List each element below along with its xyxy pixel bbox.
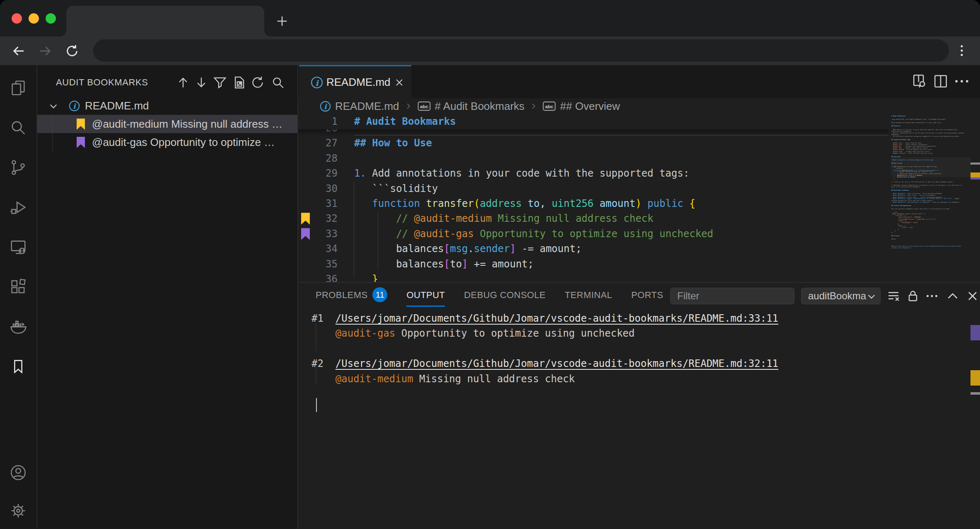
svg-text:i: i <box>315 78 319 87</box>
activitybar-item-docker[interactable] <box>9 317 28 336</box>
info-icon: i <box>311 76 323 89</box>
split-editor-button[interactable] <box>932 72 950 90</box>
indent-guide <box>354 181 354 278</box>
output-line[interactable]: #2 /Users/jomar/Documents/Github/Jomar/v… <box>311 356 778 371</box>
plus-icon <box>275 14 289 28</box>
code-line-29[interactable]: 291. Add annotations in your code with t… <box>298 166 878 181</box>
tree-indent-guide <box>52 115 53 151</box>
reload-button[interactable] <box>65 44 80 58</box>
panel-tab-terminal[interactable]: TERMINAL <box>565 283 612 308</box>
activitybar-item-audit-bookmarks[interactable] <box>9 357 28 376</box>
sidebar-title: AUDIT BOOKMARKS <box>56 77 148 88</box>
line-number: 36 <box>298 272 338 282</box>
minimap-line: - Use different annotation categories ad… <box>891 136 971 137</box>
traffic-light-minimize[interactable] <box>29 13 39 24</box>
output-content[interactable]: #1 /Users/jomar/Documents/Github/Jomar/v… <box>298 308 980 529</box>
sidebar-action-export[interactable] <box>232 75 246 90</box>
new-tab-button[interactable] <box>275 14 289 28</box>
browser-toolbar <box>0 36 980 65</box>
output-filter-input[interactable] <box>670 288 794 304</box>
code-line-30[interactable]: 30 ```solidity <box>298 181 878 197</box>
editor-more-actions-button[interactable] <box>953 72 971 90</box>
panel-tab-output[interactable]: OUTPUT <box>406 283 445 308</box>
panel-tab-problems[interactable]: PROBLEMS11 <box>316 283 387 308</box>
editor-tab-readme[interactable]: i README.md <box>299 65 411 98</box>
sidebar-action-jump-to-previous[interactable] <box>176 75 190 90</box>
sidebar-action-filter[interactable] <box>213 75 227 90</box>
docker-whale-icon <box>9 317 28 336</box>
line-number: 27 <box>298 136 338 151</box>
close-icon[interactable] <box>393 77 405 88</box>
panel-ruler-gas-mark <box>970 325 980 340</box>
breadcrumb-item[interactable]: ## Overview <box>560 100 620 113</box>
line-number: 34 <box>298 241 338 257</box>
sidebar-action-search[interactable] <box>271 75 285 90</box>
lock-scrolling-button[interactable] <box>905 289 920 303</box>
code-line-35[interactable]: 35 balances[to] += amount; <box>298 257 878 272</box>
sidebar-action-refresh[interactable] <box>251 75 265 90</box>
forward-arrow-icon <box>38 44 53 58</box>
arrow-up-icon <box>176 75 190 90</box>
breadcrumb-item[interactable]: README.md <box>335 100 399 113</box>
address-bar[interactable] <box>93 39 949 62</box>
svg-text:abc: abc <box>420 104 428 109</box>
symbol-string-icon: abc <box>543 101 556 111</box>
code-line-28[interactable]: 28 <box>298 151 878 166</box>
info-icon: i <box>69 100 80 112</box>
ellipsis-icon <box>953 72 971 90</box>
maximize-panel-button[interactable] <box>945 289 960 303</box>
problems-badge: 11 <box>372 287 387 302</box>
panel-tab-debug-console[interactable]: DEBUG CONSOLE <box>464 283 546 308</box>
panel-ruler-medium-mark <box>970 370 980 386</box>
sticky-scroll-line[interactable]: 1# Audit Bookmarks <box>298 114 888 129</box>
tree-row-bookmark-gas[interactable]: @audit-gas Opportunity to optimize using… <box>37 133 297 151</box>
activitybar-item-settings[interactable] <box>9 501 28 520</box>
info-icon: i <box>320 101 331 112</box>
back-button[interactable] <box>11 44 26 58</box>
svg-text:abc: abc <box>545 104 554 109</box>
code-line-33[interactable]: 33 // @audit-gas Opportunity to optimize… <box>298 226 878 242</box>
line-number: 33 <box>298 226 338 242</box>
activitybar-item-remote-explorer[interactable] <box>9 238 28 257</box>
forward-button[interactable] <box>38 44 53 58</box>
code-line-27[interactable]: 27## How to Use <box>298 136 878 151</box>
tree-row-bookmark-medium[interactable]: @audit-medium Missing null address check <box>37 115 297 133</box>
close-panel-button[interactable] <box>965 289 980 303</box>
tree-row-file[interactable]: i README.md <box>37 97 297 115</box>
traffic-light-close[interactable] <box>12 13 22 24</box>
activitybar-item-source-control[interactable] <box>9 158 28 177</box>
breadcrumb-item[interactable]: # Audit Bookmarks <box>435 100 525 113</box>
code-line-34[interactable]: 34 balances[msg.sender] -= amount; <box>298 241 878 257</box>
clear-output-button[interactable] <box>886 289 901 303</box>
output-channel-select[interactable]: auditBookma <box>801 288 881 304</box>
browser-tab[interactable] <box>66 6 264 36</box>
panel-more-actions-button[interactable] <box>924 289 939 303</box>
activitybar-item-explorer[interactable] <box>9 78 28 97</box>
tree-item-label: @audit-medium Missing null address check <box>92 115 287 133</box>
activitybar-item-extensions[interactable] <box>9 277 28 296</box>
editor-tab-title: README.md <box>326 66 391 98</box>
traffic-light-zoom[interactable] <box>46 13 56 24</box>
sidebar-audit-bookmarks: AUDIT BOOKMARKS i README.md @audit- <box>37 65 297 529</box>
chevron-down-icon[interactable] <box>48 101 59 112</box>
activitybar-item-run-and-debug[interactable] <box>9 198 28 217</box>
vscode-workbench: AUDIT BOOKMARKS i README.md @audit- <box>0 65 980 529</box>
open-preview-button[interactable] <box>910 72 929 90</box>
indent-guide <box>378 211 378 270</box>
activitybar-item-accounts[interactable] <box>9 463 28 482</box>
code-line-36[interactable]: 36 } <box>298 272 878 282</box>
minimap[interactable]: # Audit Bookmarks <img width="250" alt="… <box>891 115 971 275</box>
ellipsis-icon <box>924 289 939 303</box>
code-line-32[interactable]: 32 // @audit-medium Missing null address… <box>298 211 878 226</box>
text-cursor <box>316 398 317 412</box>
panel-tab-ports[interactable]: PORTS <box>631 283 663 308</box>
output-line[interactable]: #1 /Users/jomar/Documents/Github/Jomar/v… <box>311 311 778 326</box>
activitybar-item-search[interactable] <box>9 118 28 137</box>
git-branch-icon <box>9 158 28 177</box>
browser-menu-button[interactable] <box>954 43 969 58</box>
symbol-string-icon: abc <box>418 101 431 111</box>
sidebar-action-jump-to-next[interactable] <box>194 75 208 90</box>
remote-icon <box>9 238 28 257</box>
code-editor[interactable]: 2627## How to Use28291. Add annotations … <box>298 114 980 282</box>
code-line-31[interactable]: 31 function transfer(address to, uint256… <box>298 196 878 211</box>
